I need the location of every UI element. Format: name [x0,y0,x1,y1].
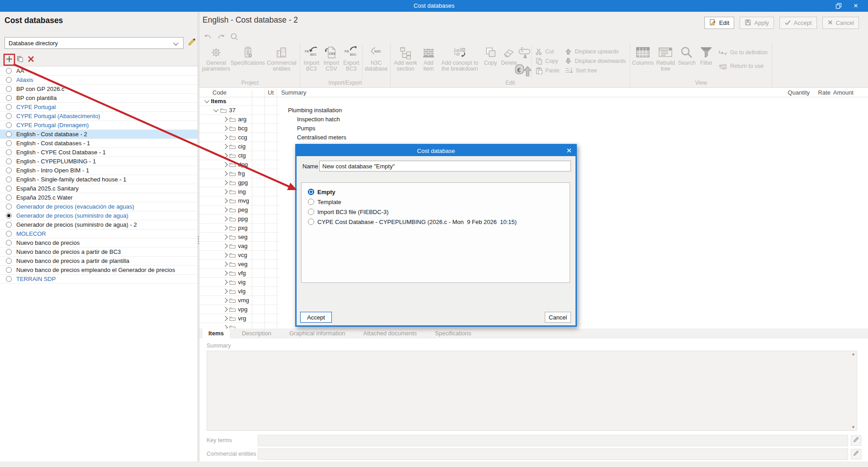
database-radio[interactable] [6,204,12,210]
ribbon-button-specifications[interactable]: Specifications [231,43,265,80]
ribbon-button-n3c-database[interactable]: N3CN3C database [363,43,389,80]
database-radio[interactable] [6,131,12,137]
database-radio[interactable] [6,104,12,110]
chevron-right-icon[interactable] [222,253,227,257]
radio-selected-icon[interactable] [308,189,314,195]
database-list-item[interactable]: CYPE Portugal (Drenagem) [0,121,198,130]
database-radio[interactable] [6,158,12,164]
scroll-down-icon[interactable]: ▼ [851,425,855,429]
chevron-right-icon[interactable] [222,171,227,176]
ribbon-button-cut[interactable]: Cut [535,48,559,55]
edit-directory-icon[interactable] [187,38,196,48]
column-ut[interactable]: Ut [265,89,277,96]
ribbon-button-export-bc3[interactable]: FIEBDCExport BC3 [341,43,361,80]
update-price-icon[interactable]: € [513,62,532,80]
ribbon-button-displace-downwards[interactable]: Displace downwards [565,57,626,65]
chevron-right-icon[interactable] [222,298,227,303]
database-radio[interactable] [6,140,12,146]
column-code[interactable]: Code [212,89,226,96]
ribbon-button-filter[interactable]: Filter [697,43,716,80]
chevron-right-icon[interactable] [222,243,227,248]
chevron-right-icon[interactable] [222,234,227,239]
chevron-right-icon[interactable] [222,198,227,203]
ribbon-button-copy[interactable]: Copy [535,57,559,65]
column-amount[interactable]: Amount [833,89,853,96]
chevron-right-icon[interactable] [222,307,227,312]
database-list-item[interactable]: CYPE Portugal [0,103,198,112]
database-radio[interactable] [6,249,12,255]
database-radio[interactable] [6,113,12,119]
ribbon-button-return-to-use[interactable]: Return to use [718,62,768,70]
database-list-item[interactable]: Aliaxis [0,76,198,85]
database-radio[interactable] [6,267,12,273]
close-window-icon[interactable]: × [848,0,863,11]
database-list-item[interactable]: AA [0,67,198,76]
database-list-item[interactable]: BP con GP 2026.c [0,85,198,94]
ribbon-button-sort-tree[interactable]: Sort tree [565,67,626,74]
tab-description[interactable]: Description [236,329,277,338]
database-radio[interactable] [6,77,12,83]
ribbon-button-import-bc3[interactable]: FIEBDCImport BC3 [302,43,321,80]
dialog-close-icon[interactable]: ✕ [566,145,572,156]
database-radio[interactable] [6,95,12,101]
tree-row[interactable]: Items [199,97,868,106]
ribbon-button-columns[interactable]: Columns [632,43,654,80]
database-radio[interactable] [6,213,12,219]
database-radio[interactable] [6,276,12,282]
tab-specifications[interactable]: Specifications [429,329,477,338]
database-radio[interactable] [6,167,12,173]
chevron-right-icon[interactable] [222,289,227,294]
dialog-option-template[interactable]: Template [308,197,570,207]
accept-button[interactable]: Accept [779,17,817,29]
radio-icon[interactable] [308,209,314,215]
chevron-right-icon[interactable] [222,144,227,149]
ribbon-button-displace-upwards[interactable]: Displace upwards [565,48,626,55]
chevron-right-icon[interactable] [222,189,227,194]
database-list-item[interactable]: English - Cost database - 2 [0,130,198,139]
chevron-right-icon[interactable] [222,135,227,140]
apply-button[interactable]: Apply [740,17,774,29]
column-quantity[interactable]: Quantity [774,89,810,96]
chevron-right-icon[interactable] [222,316,227,321]
chevron-right-icon[interactable] [222,153,227,158]
edit-button[interactable]: Edit [704,17,734,29]
chevron-right-icon[interactable] [222,271,227,276]
undo-icon[interactable] [203,32,213,41]
search-icon[interactable] [229,32,239,41]
chevron-right-icon[interactable] [222,180,227,185]
dialog-cancel-button[interactable]: Cancel [545,312,571,323]
chevron-right-icon[interactable] [222,216,227,221]
database-list-item[interactable]: English - Cost databases - 1 [0,139,198,148]
database-radio[interactable] [6,240,12,246]
summary-textarea[interactable]: ▲ ▼ [207,351,857,431]
tab-items[interactable]: Items [203,329,230,338]
chevron-right-icon[interactable] [222,162,227,167]
dialog-accept-button[interactable]: Accept [300,312,332,323]
database-list-item[interactable]: English - Intro Open BIM - 1 [0,166,198,175]
chevron-right-icon[interactable] [222,262,227,267]
database-radio[interactable] [6,231,12,237]
database-radio[interactable] [6,195,12,200]
ribbon-button-commercial-entities[interactable]: Commercial entities [265,43,298,80]
radio-icon[interactable] [308,199,314,205]
name-input[interactable] [319,161,571,172]
tree-row[interactable]: argInspection hatch [199,115,868,124]
database-list-item[interactable]: MOLECOR [0,229,198,238]
ribbon-button-search[interactable]: Search [677,43,697,80]
commercial-entities-input[interactable] [258,448,848,460]
database-list-item[interactable]: English - Single-family detached house -… [0,175,198,184]
column-summary[interactable]: Summary [281,89,307,96]
database-list-item[interactable]: English - CYPEPLUMBING - 1 [0,157,198,166]
ribbon-button-copy[interactable]: Copy [481,43,500,80]
restore-window-icon[interactable] [835,3,842,9]
database-list-item[interactable]: BP con plantilla [0,94,198,103]
key-terms-input[interactable] [258,435,848,446]
ribbon-button-import-csv[interactable]: CSVImport CSV [321,43,341,80]
tree-row[interactable]: 37Plumbing installation [199,106,868,115]
database-radio[interactable] [6,222,12,228]
database-list-item[interactable]: Nuevo banco de precios empleando el Gene… [0,266,198,275]
tab-attached-documents[interactable]: Attached documents [358,329,423,338]
database-radio[interactable] [6,86,12,92]
add-database-button[interactable] [5,55,13,63]
database-radio[interactable] [6,176,12,182]
